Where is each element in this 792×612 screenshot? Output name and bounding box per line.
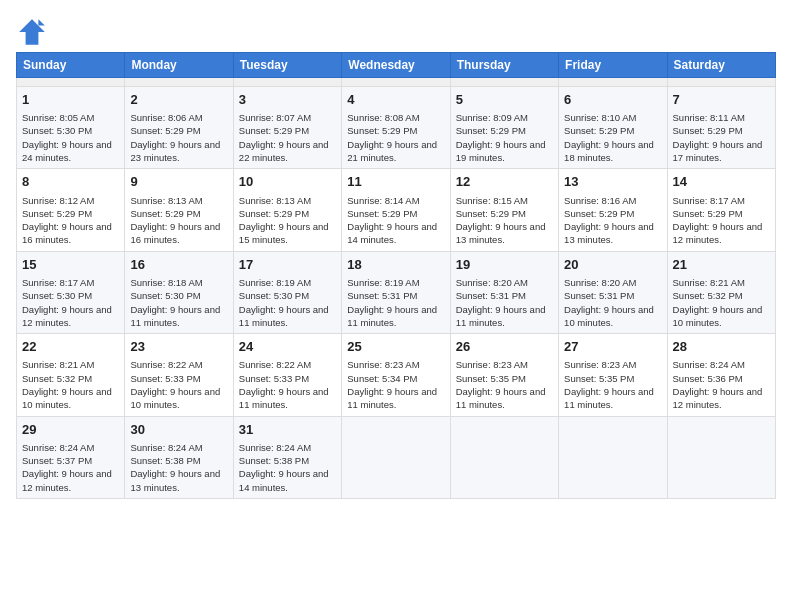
week-row-0 <box>17 78 776 87</box>
day-number: 22 <box>22 338 119 356</box>
calendar-cell: 16Sunrise: 8:18 AMSunset: 5:30 PMDayligh… <box>125 251 233 333</box>
day-number: 11 <box>347 173 444 191</box>
calendar-table: SundayMondayTuesdayWednesdayThursdayFrid… <box>16 52 776 499</box>
calendar-cell <box>559 416 667 498</box>
day-number: 7 <box>673 91 770 109</box>
day-number: 5 <box>456 91 553 109</box>
day-number: 15 <box>22 256 119 274</box>
day-number: 18 <box>347 256 444 274</box>
day-number: 27 <box>564 338 661 356</box>
day-number: 1 <box>22 91 119 109</box>
day-number: 6 <box>564 91 661 109</box>
calendar-cell <box>559 78 667 87</box>
day-number: 12 <box>456 173 553 191</box>
day-number: 21 <box>673 256 770 274</box>
header-thursday: Thursday <box>450 53 558 78</box>
calendar-cell: 19Sunrise: 8:20 AMSunset: 5:31 PMDayligh… <box>450 251 558 333</box>
calendar-cell <box>17 78 125 87</box>
calendar-cell: 17Sunrise: 8:19 AMSunset: 5:30 PMDayligh… <box>233 251 341 333</box>
day-number: 20 <box>564 256 661 274</box>
day-number: 4 <box>347 91 444 109</box>
day-number: 19 <box>456 256 553 274</box>
calendar-cell: 29Sunrise: 8:24 AMSunset: 5:37 PMDayligh… <box>17 416 125 498</box>
header-sunday: Sunday <box>17 53 125 78</box>
header-tuesday: Tuesday <box>233 53 341 78</box>
calendar-cell: 8Sunrise: 8:12 AMSunset: 5:29 PMDaylight… <box>17 169 125 251</box>
day-number: 16 <box>130 256 227 274</box>
calendar-cell: 9Sunrise: 8:13 AMSunset: 5:29 PMDaylight… <box>125 169 233 251</box>
calendar-cell <box>342 416 450 498</box>
calendar-cell: 20Sunrise: 8:20 AMSunset: 5:31 PMDayligh… <box>559 251 667 333</box>
calendar-cell: 28Sunrise: 8:24 AMSunset: 5:36 PMDayligh… <box>667 334 775 416</box>
calendar-cell: 27Sunrise: 8:23 AMSunset: 5:35 PMDayligh… <box>559 334 667 416</box>
calendar-cell <box>125 78 233 87</box>
calendar-cell <box>667 78 775 87</box>
calendar-cell: 1Sunrise: 8:05 AMSunset: 5:30 PMDaylight… <box>17 87 125 169</box>
calendar-cell: 23Sunrise: 8:22 AMSunset: 5:33 PMDayligh… <box>125 334 233 416</box>
calendar-cell: 3Sunrise: 8:07 AMSunset: 5:29 PMDaylight… <box>233 87 341 169</box>
week-row-1: 1Sunrise: 8:05 AMSunset: 5:30 PMDaylight… <box>17 87 776 169</box>
day-number: 8 <box>22 173 119 191</box>
calendar-cell <box>233 78 341 87</box>
day-number: 30 <box>130 421 227 439</box>
day-number: 26 <box>456 338 553 356</box>
calendar-cell: 10Sunrise: 8:13 AMSunset: 5:29 PMDayligh… <box>233 169 341 251</box>
calendar-cell: 4Sunrise: 8:08 AMSunset: 5:29 PMDaylight… <box>342 87 450 169</box>
svg-marker-1 <box>38 19 44 25</box>
day-number: 9 <box>130 173 227 191</box>
day-number: 2 <box>130 91 227 109</box>
calendar-cell <box>667 416 775 498</box>
calendar-cell: 15Sunrise: 8:17 AMSunset: 5:30 PMDayligh… <box>17 251 125 333</box>
calendar-cell: 22Sunrise: 8:21 AMSunset: 5:32 PMDayligh… <box>17 334 125 416</box>
logo <box>16 16 52 48</box>
day-number: 17 <box>239 256 336 274</box>
day-number: 31 <box>239 421 336 439</box>
calendar-cell: 2Sunrise: 8:06 AMSunset: 5:29 PMDaylight… <box>125 87 233 169</box>
calendar-cell <box>450 78 558 87</box>
header-wednesday: Wednesday <box>342 53 450 78</box>
header-saturday: Saturday <box>667 53 775 78</box>
calendar-cell: 11Sunrise: 8:14 AMSunset: 5:29 PMDayligh… <box>342 169 450 251</box>
calendar-cell: 5Sunrise: 8:09 AMSunset: 5:29 PMDaylight… <box>450 87 558 169</box>
week-row-4: 22Sunrise: 8:21 AMSunset: 5:32 PMDayligh… <box>17 334 776 416</box>
week-row-2: 8Sunrise: 8:12 AMSunset: 5:29 PMDaylight… <box>17 169 776 251</box>
calendar-cell: 12Sunrise: 8:15 AMSunset: 5:29 PMDayligh… <box>450 169 558 251</box>
calendar-cell <box>342 78 450 87</box>
header-row: SundayMondayTuesdayWednesdayThursdayFrid… <box>17 53 776 78</box>
header-monday: Monday <box>125 53 233 78</box>
day-number: 28 <box>673 338 770 356</box>
calendar-cell: 7Sunrise: 8:11 AMSunset: 5:29 PMDaylight… <box>667 87 775 169</box>
calendar-cell: 14Sunrise: 8:17 AMSunset: 5:29 PMDayligh… <box>667 169 775 251</box>
logo-icon <box>16 16 48 48</box>
calendar-cell: 30Sunrise: 8:24 AMSunset: 5:38 PMDayligh… <box>125 416 233 498</box>
calendar-cell: 13Sunrise: 8:16 AMSunset: 5:29 PMDayligh… <box>559 169 667 251</box>
calendar-cell: 6Sunrise: 8:10 AMSunset: 5:29 PMDaylight… <box>559 87 667 169</box>
day-number: 3 <box>239 91 336 109</box>
calendar-cell: 24Sunrise: 8:22 AMSunset: 5:33 PMDayligh… <box>233 334 341 416</box>
day-number: 24 <box>239 338 336 356</box>
page-header <box>16 16 776 48</box>
week-row-5: 29Sunrise: 8:24 AMSunset: 5:37 PMDayligh… <box>17 416 776 498</box>
calendar-cell: 25Sunrise: 8:23 AMSunset: 5:34 PMDayligh… <box>342 334 450 416</box>
header-friday: Friday <box>559 53 667 78</box>
day-number: 10 <box>239 173 336 191</box>
calendar-cell: 26Sunrise: 8:23 AMSunset: 5:35 PMDayligh… <box>450 334 558 416</box>
day-number: 13 <box>564 173 661 191</box>
day-number: 29 <box>22 421 119 439</box>
day-number: 25 <box>347 338 444 356</box>
day-number: 14 <box>673 173 770 191</box>
calendar-cell <box>450 416 558 498</box>
week-row-3: 15Sunrise: 8:17 AMSunset: 5:30 PMDayligh… <box>17 251 776 333</box>
calendar-cell: 31Sunrise: 8:24 AMSunset: 5:38 PMDayligh… <box>233 416 341 498</box>
day-number: 23 <box>130 338 227 356</box>
calendar-cell: 21Sunrise: 8:21 AMSunset: 5:32 PMDayligh… <box>667 251 775 333</box>
calendar-cell: 18Sunrise: 8:19 AMSunset: 5:31 PMDayligh… <box>342 251 450 333</box>
